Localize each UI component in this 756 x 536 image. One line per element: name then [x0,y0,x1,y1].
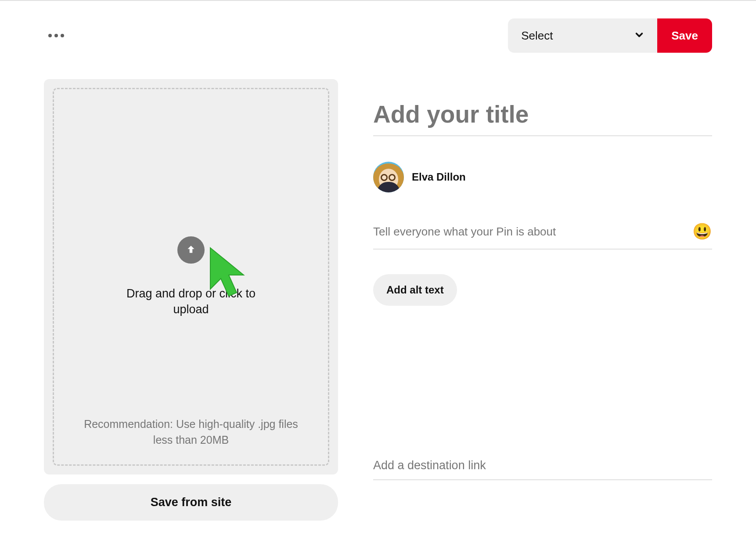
upload-prompt-text: Drag and drop or click to upload [112,286,270,318]
upload-recommendation-text: Recommendation: Use high-quality .jpg fi… [73,416,309,448]
description-row: 😃 [373,219,712,250]
right-column: Elva Dillon 😃 Add alt text [373,79,712,521]
save-from-site-label: Save from site [151,496,232,509]
add-alt-text-button[interactable]: Add alt text [373,274,457,306]
save-from-site-button[interactable]: Save from site [44,484,338,521]
upload-dropzone[interactable]: Drag and drop or click to upload Recomme… [44,79,338,474]
top-right-actions: Select Save [508,18,712,53]
user-name: Elva Dillon [412,171,466,183]
main-content: Drag and drop or click to upload Recomme… [44,79,712,521]
emoji-picker-button[interactable]: 😃 [692,222,712,241]
destination-link-input[interactable] [373,455,712,480]
board-select-label: Select [521,29,553,43]
pin-title-input[interactable] [373,97,712,136]
pin-description-input[interactable] [373,225,687,239]
upload-dropzone-inner[interactable]: Drag and drop or click to upload Recomme… [53,88,329,466]
alt-text-button-label: Add alt text [386,284,444,296]
board-select-dropdown[interactable]: Select [508,18,657,53]
user-row: Elva Dillon [373,162,712,192]
save-button[interactable]: Save [657,18,712,53]
upload-icon [177,236,205,264]
ellipsis-icon [61,34,64,37]
top-bar: Select Save [44,18,712,53]
ellipsis-icon [54,34,58,37]
ellipsis-icon [48,34,52,37]
chevron-down-icon [634,29,644,43]
left-column: Drag and drop or click to upload Recomme… [44,79,338,521]
more-options-button[interactable] [44,29,68,42]
user-avatar[interactable] [373,162,404,192]
save-button-label: Save [671,29,698,42]
